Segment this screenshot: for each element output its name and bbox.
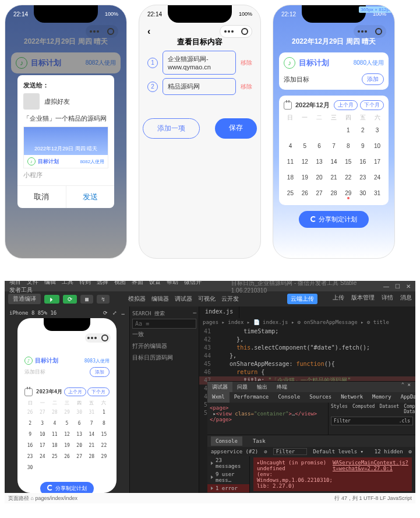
maximize-icon[interactable]: ☐ — [395, 283, 400, 290]
day-cell[interactable]: 24 — [370, 170, 384, 185]
day-cell[interactable]: 30 — [24, 463, 36, 473]
devtools-tab[interactable]: AppData — [396, 392, 415, 403]
project-name[interactable]: 目标日历源码网 — [132, 352, 196, 364]
cloud-upload-button[interactable]: 云端上传 — [287, 294, 317, 304]
friend-item[interactable]: 虚拟好友 — [23, 93, 108, 110]
run-button[interactable]: ⏵ — [44, 295, 59, 304]
toolbar-action[interactable]: 上传 — [333, 294, 344, 301]
compile-select[interactable]: 普通编译 — [8, 294, 41, 304]
day-cell[interactable] — [298, 123, 312, 138]
menu-item[interactable]: 项目 — [9, 281, 21, 285]
day-cell[interactable]: 31 — [86, 407, 97, 417]
day-cell[interactable]: 12 — [298, 154, 312, 169]
save-button[interactable]: 保存 — [215, 118, 257, 139]
day-cell[interactable]: 28 — [327, 186, 341, 200]
back-button[interactable]: ‹ — [147, 26, 150, 37]
day-cell[interactable]: 21 — [86, 441, 97, 450]
view-toggle[interactable]: 调试器 — [175, 295, 192, 302]
sim-reload-icon[interactable]: ⟳ — [103, 310, 108, 316]
close-icon[interactable]: ✕ — [406, 283, 411, 290]
day-cell[interactable]: 7 — [327, 139, 341, 153]
console-filter-item[interactable]: 9 user mess… — [207, 470, 249, 484]
day-cell[interactable]: 21 — [327, 170, 341, 185]
menu-item[interactable]: 设置 — [149, 281, 161, 285]
day-cell[interactable]: 18 — [284, 170, 297, 185]
remove-button[interactable]: 移除 — [241, 83, 252, 91]
day-cell[interactable] — [98, 463, 110, 473]
minimize-icon[interactable]: — — [383, 283, 389, 290]
send-button[interactable]: 发送 — [66, 186, 115, 208]
styles-tab[interactable]: Component Data — [401, 403, 415, 415]
menu-item[interactable]: 编辑 — [44, 281, 56, 285]
menu-item[interactable]: 转到 — [79, 281, 91, 285]
day-cell[interactable]: 23 — [24, 452, 36, 461]
more-icon[interactable] — [224, 30, 234, 33]
capsule[interactable] — [220, 25, 252, 38]
day-cell[interactable]: 20 — [74, 441, 85, 450]
day-cell[interactable]: 16 — [24, 441, 36, 450]
menu-item[interactable]: 视图 — [114, 281, 126, 285]
capsule[interactable] — [86, 25, 118, 38]
day-cell[interactable] — [284, 123, 297, 138]
cursor-info[interactable]: 行 47，列 1 UTF-8 LF JavaScript — [334, 495, 412, 502]
day-cell[interactable]: 27 — [313, 186, 326, 200]
capsule[interactable] — [354, 25, 386, 38]
day-cell[interactable]: 22 — [98, 441, 110, 450]
add-goal-button[interactable]: 添加 — [362, 73, 384, 85]
toolbar-action[interactable]: 详情 — [382, 294, 393, 301]
page-path[interactable]: 页面路径 ⌂ pages/index/index — [8, 495, 77, 502]
day-cell[interactable]: 5 — [61, 418, 72, 428]
day-cell[interactable]: 9 — [356, 139, 369, 153]
day-cell[interactable]: 4 — [49, 418, 60, 428]
devtools-tab[interactable]: Wxml — [207, 392, 230, 403]
panel-tab[interactable]: 输出 — [252, 382, 272, 392]
day-cell[interactable]: 26 — [298, 186, 312, 200]
add-goal-button[interactable]: 添加 — [90, 367, 110, 377]
day-cell[interactable] — [49, 463, 60, 473]
day-cell[interactable]: 1 — [341, 123, 355, 138]
next-month-button[interactable]: 下个月 — [360, 100, 384, 110]
devtools-tab[interactable]: Performance — [230, 392, 274, 403]
panel-tab[interactable]: 终端 — [272, 382, 292, 392]
styles-tab[interactable]: Styles — [329, 403, 350, 415]
day-cell[interactable]: 2 — [356, 123, 369, 138]
panel-tab[interactable]: 问题 — [232, 382, 252, 392]
day-cell[interactable]: 7 — [86, 418, 97, 428]
console-context[interactable]: appservice (#2) — [211, 449, 258, 454]
open-editors[interactable]: 打开的编辑器 — [132, 340, 196, 352]
view-toggle[interactable]: 编辑器 — [151, 295, 169, 302]
day-cell[interactable]: 30 — [356, 186, 369, 200]
simulator-canvas[interactable]: 22:14 100% 2022年12月29日 周四 晴天 ♪目标计划8083人使… — [17, 318, 117, 493]
day-cell[interactable] — [37, 463, 48, 473]
breadcrumb[interactable]: pages ▸ index ▸ 📄 index.js ▸ ⚙ onShareAp… — [199, 318, 415, 326]
day-cell[interactable] — [61, 463, 72, 473]
toolbar-action[interactable]: 消息 — [400, 294, 412, 301]
day-cell[interactable]: 20 — [313, 170, 326, 185]
search-item[interactable]: 一致 — [132, 329, 196, 340]
day-cell[interactable]: 29 — [61, 407, 72, 417]
more-icon[interactable] — [358, 30, 367, 33]
day-cell[interactable]: 30 — [74, 407, 85, 417]
day-cell[interactable]: 27 — [74, 452, 85, 461]
day-cell[interactable]: 1 — [98, 407, 110, 417]
console-error[interactable]: ▸Uncaught (in promise) undefined (env: W… — [253, 457, 412, 491]
menu-item[interactable]: 帮助 — [167, 281, 178, 285]
day-cell[interactable]: 8 — [98, 418, 110, 428]
day-cell[interactable]: 17 — [37, 441, 48, 450]
day-cell[interactable]: 31 — [370, 186, 384, 200]
day-cell[interactable]: 26 — [61, 452, 72, 461]
day-cell[interactable]: 13 — [313, 154, 326, 169]
sim-fullscreen-icon[interactable]: ⤢ — [112, 310, 117, 316]
sim-more-icon[interactable]: … — [122, 310, 125, 316]
day-cell[interactable]: 25 — [284, 186, 297, 200]
close-icon[interactable] — [107, 28, 114, 35]
prev-month-button[interactable]: 上个月 — [64, 387, 86, 396]
styles-filter[interactable]: Filter.cls — [331, 417, 413, 425]
day-cell[interactable]: 19 — [298, 170, 312, 185]
day-cell[interactable]: 11 — [284, 154, 297, 169]
day-cell[interactable]: 28 — [86, 452, 97, 461]
prev-month-button[interactable]: 上个月 — [334, 100, 358, 110]
day-cell[interactable]: 4 — [284, 139, 297, 153]
day-cell[interactable]: 10 — [37, 429, 48, 439]
day-cell[interactable]: 17 — [370, 154, 384, 169]
